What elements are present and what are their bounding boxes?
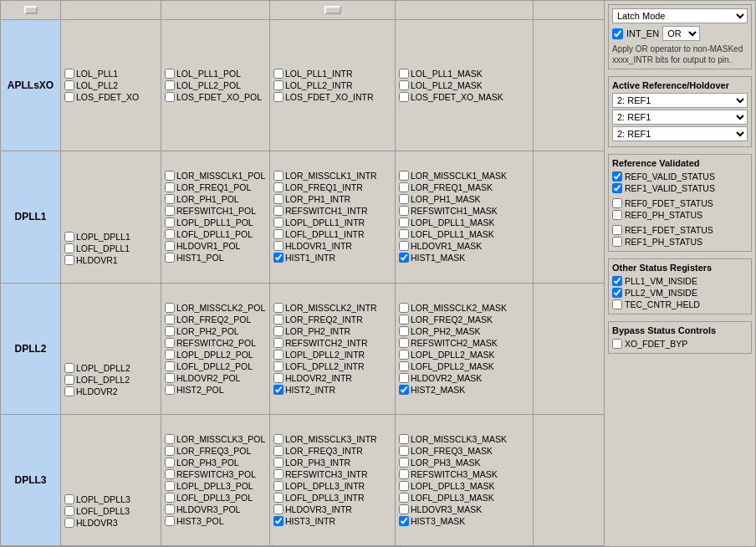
latch-mode-select[interactable]: Latch Mode [612,8,748,23]
checkbox-LOL_PLL2[interactable] [64,80,74,90]
checkbox-LOFL_DPLL1_INTR[interactable] [273,229,284,239]
checkbox-HLDOVR2[interactable] [64,386,74,396]
checkbox-REF1_FDET_STATUS[interactable] [612,225,622,235]
checkbox-HLDOVR3_INTR[interactable] [273,504,284,514]
checkbox-HLDOVR1_POL[interactable] [165,241,175,251]
checkbox-LOL_PLL2_INTR[interactable] [273,80,284,90]
ref-select-0[interactable]: 2: REF11: REF03: REF2 [612,93,748,108]
checkbox-LOR_MISSCLK3_POL[interactable] [165,434,175,444]
checkbox-PLL2_VM_INSIDE[interactable] [612,288,622,298]
checkbox-LOFL_DPLL3_POL[interactable] [165,493,175,503]
checkbox-REFSWITCH3_MASK[interactable] [399,469,409,479]
checkbox-LOFL_DPLL1_MASK[interactable] [399,229,409,239]
or-operator-select[interactable]: ORAND [662,26,700,41]
checkbox-LOFL_DPLL3_MASK[interactable] [399,493,409,503]
checkbox-LOFL_DPLL1[interactable] [64,243,74,253]
checkbox-LOR_MISSCLK2_MASK[interactable] [399,303,409,313]
checkbox-LOR_PH3_MASK[interactable] [399,458,409,468]
checkbox-LOPL_DPLL2_MASK[interactable] [399,350,409,360]
checkbox-REFSWITCH2_INTR[interactable] [273,338,284,348]
checkbox-LOFL_DPLL2[interactable] [64,375,74,385]
checkbox-LOR_MISSCLK2_POL[interactable] [165,303,175,313]
checkbox-REFSWITCH2_MASK[interactable] [399,338,409,348]
checkbox-LOPL_DPLL2[interactable] [64,363,74,373]
checkbox-LOR_PH1_INTR[interactable] [273,194,284,204]
checkbox-LOR_PH1_POL[interactable] [165,194,175,204]
checkbox-LOPL_DPLL1_MASK[interactable] [399,217,409,227]
checkbox-REFSWITCH1_MASK[interactable] [399,206,409,216]
checkbox-REFSWITCH2_POL[interactable] [165,338,175,348]
checkbox-LOL_PLL2_MASK[interactable] [399,80,409,90]
checkbox-LOR_FREQ1_POL[interactable] [165,182,175,192]
checkbox-LOR_MISSCLK1_POL[interactable] [165,171,175,181]
checkbox-REF0_PH_STATUS[interactable] [612,210,622,220]
checkbox-LOPL_DPLL3_POL[interactable] [165,481,175,491]
checkbox-LOR_PH3_POL[interactable] [165,458,175,468]
checkbox-LOPL_DPLL3_INTR[interactable] [273,481,284,491]
checkbox-LOL_PLL1_POL[interactable] [165,69,175,79]
checkbox-LOR_PH1_MASK[interactable] [399,194,409,204]
checkbox-LOR_FREQ2_POL[interactable] [165,314,175,325]
checkbox-HLDOVR1_MASK[interactable] [399,241,409,251]
ref-select-1[interactable]: 2: REF11: REF03: REF2 [612,110,748,125]
checkbox-LOPL_DPLL1[interactable] [64,232,74,242]
checkbox-HIST2_MASK[interactable] [399,385,409,395]
checkbox-LOL_PLL1_INTR[interactable] [273,69,284,79]
checkbox-HIST1_POL[interactable] [165,253,175,263]
checkbox-LOR_MISSCLK1_INTR[interactable] [273,171,284,181]
checkbox-LOFL_DPLL2_INTR[interactable] [273,361,284,371]
checkbox-LOR_PH2_INTR[interactable] [273,326,284,336]
checkbox-LOR_FREQ1_INTR[interactable] [273,182,284,192]
checkbox-LOPL_DPLL3_MASK[interactable] [399,481,409,491]
checkbox-XO_FDET_BYP[interactable] [612,339,622,349]
checkbox-LOR_MISSCLK3_MASK[interactable] [399,434,409,444]
checkbox-LOFL_DPLL3[interactable] [64,506,74,516]
checkbox-HIST2_INTR[interactable] [273,385,284,395]
checkbox-LOR_FREQ2_MASK[interactable] [399,314,409,325]
checkbox-LOR_MISSCLK3_INTR[interactable] [273,434,284,444]
checkbox-REF0_FDET_STATUS[interactable] [612,198,622,208]
checkbox-LOR_PH3_INTR[interactable] [273,458,284,468]
checkbox-REFSWITCH1_POL[interactable] [165,206,175,216]
checkbox-HIST3_POL[interactable] [165,516,175,526]
checkbox-REFSWITCH1_INTR[interactable] [273,206,284,216]
checkbox-HLDOVR2_INTR[interactable] [273,373,284,383]
clear-latched-button[interactable] [324,6,341,14]
checkbox-REF1_VALID_STATUS[interactable] [612,183,622,193]
checkbox-LOR_PH2_POL[interactable] [165,326,175,336]
checkbox-REFSWITCH3_POL[interactable] [165,469,175,479]
checkbox-LOS_FDET_XO_INTR[interactable] [273,92,284,102]
checkbox-LOFL_DPLL2_POL[interactable] [165,361,175,371]
checkbox-LOS_FDET_XO_MASK[interactable] [399,92,409,102]
int-en-checkbox[interactable] [612,28,623,39]
checkbox-HLDOVR3_POL[interactable] [165,504,175,514]
checkbox-LOR_FREQ2_INTR[interactable] [273,314,284,325]
checkbox-LOL_PLL1_MASK[interactable] [399,69,409,79]
checkbox-LOL_PLL1[interactable] [64,69,74,79]
checkbox-TEC_CNTR_HELD[interactable] [612,299,622,309]
checkbox-HLDOVR3_MASK[interactable] [399,504,409,514]
checkbox-LOR_FREQ1_MASK[interactable] [399,182,409,192]
checkbox-REF0_VALID_STATUS[interactable] [612,171,622,181]
checkbox-HIST3_MASK[interactable] [399,516,409,526]
checkbox-HLDOVR1[interactable] [64,255,74,265]
checkbox-LOPL_DPLL1_POL[interactable] [165,217,175,227]
checkbox-REFSWITCH3_INTR[interactable] [273,469,284,479]
checkbox-LOPL_DPLL2_POL[interactable] [165,350,175,360]
checkbox-LOFL_DPLL2_MASK[interactable] [399,361,409,371]
checkbox-HLDOVR3[interactable] [64,518,74,528]
checkbox-LOPL_DPLL2_INTR[interactable] [273,350,284,360]
checkbox-LOFL_DPLL3_INTR[interactable] [273,493,284,503]
checkbox-REF1_PH_STATUS[interactable] [612,237,622,247]
checkbox-HLDOVR1_INTR[interactable] [273,241,284,251]
checkbox-HLDOVR2_MASK[interactable] [399,373,409,383]
checkbox-LOS_FDET_XO[interactable] [64,92,74,102]
checkbox-LOFL_DPLL1_POL[interactable] [165,229,175,239]
checkbox-PLL1_VM_INSIDE[interactable] [612,276,622,286]
ref-select-2[interactable]: 2: REF11: REF03: REF2 [612,126,748,141]
checkbox-LOR_PH2_MASK[interactable] [399,326,409,336]
checkbox-HIST2_POL[interactable] [165,385,175,395]
checkbox-LOL_PLL2_POL[interactable] [165,80,175,90]
checkbox-LOS_FDET_XO_POL[interactable] [165,92,175,102]
checkbox-LOPL_DPLL1_INTR[interactable] [273,217,284,227]
